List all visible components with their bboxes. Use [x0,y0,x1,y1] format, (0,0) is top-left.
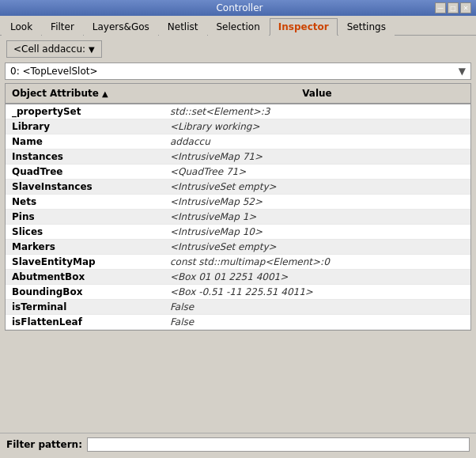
table-body: _propertySetstd::set<Element>:3Library<L… [6,104,470,330]
attr-value: <Library working> [164,119,470,134]
attr-name: Library [6,119,164,134]
cell-dropdown[interactable]: <Cell addaccu: ▼ [6,40,102,58]
attr-name: Instances [6,150,164,164]
cell-dropdown-label: <Cell addaccu: [13,44,85,55]
menu-tab-selection[interactable]: Selection [208,18,269,36]
attr-name: AbutmentBox [6,270,164,284]
title-bar: Controller — □ ✕ [0,0,476,16]
window-title: Controller [44,2,435,13]
attr-value: <Box 01 01 2251 4001> [164,270,470,284]
menu-tab-filter[interactable]: Filter [42,18,83,36]
dropdown-arrow-icon[interactable]: ▼ [459,66,466,77]
attr-value: std::set<Element>:3 [164,104,470,119]
table-row[interactable]: QuadTree<QuadTree 71> [6,165,470,180]
attr-name: isFlattenLeaf [6,315,164,329]
attr-value: <IntrusiveSet empty> [164,180,470,194]
menu-tab-look[interactable]: Look [2,18,41,36]
attr-name: BoundingBox [6,285,164,299]
table-row[interactable]: isFlattenLeafFalse [6,315,470,330]
table-row[interactable]: Nets<IntrusiveMap 52> [6,195,470,210]
attr-value: <IntrusiveSet empty> [164,240,470,254]
menu-tab-settings[interactable]: Settings [338,18,395,36]
table-row[interactable]: BoundingBox<Box -0.51 -11 225.51 4011> [6,285,470,300]
menu-bar: LookFilterLayers&GosNetlistSelectionInsp… [0,16,476,36]
path-value: 0: <TopLevelSlot> [10,66,98,77]
menu-tab-inspector[interactable]: Inspector [270,18,338,36]
attribute-table: Object Attribute ▲ Value _propertySetstd… [5,83,471,331]
window-controls: — □ ✕ [435,2,471,13]
table-row[interactable]: _propertySetstd::set<Element>:3 [6,104,470,119]
attr-value: const std::multimap<Element>:0 [164,255,470,269]
main-content: <Cell addaccu: ▼ 0: <TopLevelSlot> ▼ Obj… [0,36,476,456]
path-bar: 0: <TopLevelSlot> ▼ [5,62,471,80]
filter-input[interactable] [87,437,470,452]
attr-name: SlaveEntityMap [6,255,164,269]
attr-value: False [164,315,470,329]
attr-name: QuadTree [6,165,164,179]
attr-value: <QuadTree 71> [164,165,470,179]
col-attribute-header: Object Attribute ▲ [6,86,164,100]
menu-tab-layersgos[interactable]: Layers&Gos [84,18,158,36]
maximize-button[interactable]: □ [448,2,459,13]
attr-name: _propertySet [6,104,164,119]
chevron-down-icon: ▼ [89,45,95,54]
content-spacer [0,334,476,433]
table-row[interactable]: AbutmentBox<Box 01 01 2251 4001> [6,270,470,285]
sort-arrow-icon: ▲ [102,89,108,98]
attr-name: Markers [6,240,164,254]
col-value-header: Value [164,86,470,100]
table-row[interactable]: Library<Library working> [6,119,470,134]
filter-bar: Filter pattern: [0,433,476,456]
menu-tab-netlist[interactable]: Netlist [159,18,207,36]
minimize-button[interactable]: — [435,2,446,13]
table-row[interactable]: Markers<IntrusiveSet empty> [6,240,470,255]
attr-name: Name [6,134,164,149]
table-row[interactable]: isTerminalFalse [6,300,470,315]
attr-value: <IntrusiveMap 1> [164,210,470,224]
table-header: Object Attribute ▲ Value [6,84,470,104]
attr-name: SlaveInstances [6,180,164,194]
attr-name: Pins [6,210,164,224]
table-row[interactable]: Slices<IntrusiveMap 10> [6,225,470,240]
table-row[interactable]: SlaveInstances<IntrusiveSet empty> [6,180,470,195]
filter-label: Filter pattern: [6,439,82,450]
attr-name: isTerminal [6,300,164,314]
attr-value: <IntrusiveMap 71> [164,150,470,164]
attr-value: <Box -0.51 -11 225.51 4011> [164,285,470,299]
attr-value: <IntrusiveMap 10> [164,225,470,239]
attr-value: False [164,300,470,314]
attr-name: Slices [6,225,164,239]
attr-value: <IntrusiveMap 52> [164,195,470,209]
toolbar: <Cell addaccu: ▼ [0,36,476,62]
table-row[interactable]: Instances<IntrusiveMap 71> [6,150,470,165]
close-button[interactable]: ✕ [460,2,471,13]
attr-value: addaccu [164,134,470,149]
attr-name: Nets [6,195,164,209]
table-row[interactable]: SlaveEntityMapconst std::multimap<Elemen… [6,255,470,270]
table-row[interactable]: Nameaddaccu [6,134,470,150]
table-row[interactable]: Pins<IntrusiveMap 1> [6,210,470,225]
